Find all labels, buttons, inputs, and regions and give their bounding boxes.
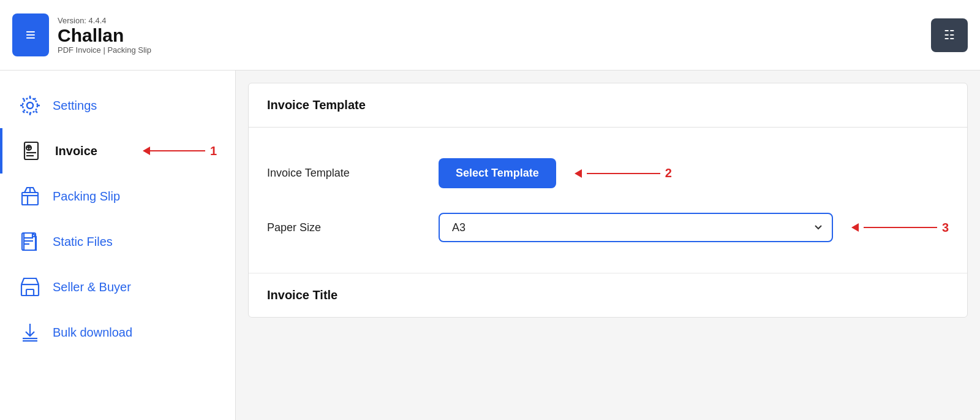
invoice-template-title: Invoice Template <box>267 98 366 112</box>
sidebar-label-static-files: Static Files <box>53 235 113 249</box>
file-icon <box>18 230 42 253</box>
paper-size-select-wrapper: A3 A4 A5 Letter <box>439 213 833 242</box>
app-logo-icon <box>12 13 49 56</box>
invoice-template-card: Invoice Template Invoice Template Select… <box>248 83 968 318</box>
menu-icon: ☷ <box>944 28 955 42</box>
annotation-2: 2 <box>575 166 672 180</box>
annotation-num-3: 3 <box>942 221 949 235</box>
app-name: Challan <box>58 25 151 45</box>
sidebar-label-seller-buyer: Seller & Buyer <box>53 280 131 294</box>
store-icon <box>18 275 42 299</box>
invoice-icon <box>21 139 44 162</box>
select-template-button[interactable]: Select Template <box>439 158 556 188</box>
paper-size-select[interactable]: A3 A4 A5 Letter <box>439 213 833 242</box>
sidebar-item-invoice[interactable]: Invoice 1 <box>0 128 235 174</box>
gear-icon <box>18 94 42 117</box>
logo-area: Version: 4.4.4 Challan PDF Invoice | Pac… <box>12 13 151 56</box>
sidebar-item-packing-slip[interactable]: Packing Slip <box>0 174 235 219</box>
arrow-shaft-3 <box>864 227 937 228</box>
annotation-num-1: 1 <box>210 144 217 158</box>
sidebar-item-seller-buyer[interactable]: Seller & Buyer <box>0 264 235 310</box>
template-form-control: Select Template 2 <box>439 158 949 188</box>
sidebar-label-packing-slip: Packing Slip <box>53 189 120 204</box>
arrow-shaft-2 <box>587 173 660 174</box>
svg-point-1 <box>23 98 37 113</box>
main-layout: Settings Invoice 1 <box>0 71 980 420</box>
paper-size-row: Paper Size A3 A4 A5 Letter <box>267 200 949 254</box>
sidebar: Settings Invoice 1 <box>0 71 236 420</box>
svg-rect-2 <box>24 142 38 159</box>
svg-rect-16 <box>26 289 34 296</box>
invoice-title-section: Invoice Title <box>249 273 967 317</box>
app-subtitle: PDF Invoice | Packing Slip <box>58 45 151 55</box>
annotation-1: 1 <box>143 144 217 158</box>
sidebar-label-settings: Settings <box>53 99 97 113</box>
logo-text-block: Version: 4.4.4 Challan PDF Invoice | Pac… <box>58 16 151 55</box>
sidebar-label-bulk-download: Bulk download <box>53 326 132 340</box>
annotation-num-2: 2 <box>665 166 672 180</box>
paper-size-label: Paper Size <box>267 221 426 234</box>
arrow-head-2 <box>575 169 582 178</box>
svg-rect-8 <box>22 193 38 205</box>
app-version: Version: 4.4.4 <box>58 16 151 25</box>
annotation-3: 3 <box>851 221 949 235</box>
header-menu-button[interactable]: ☷ <box>931 18 968 52</box>
invoice-template-row: Invoice Template Select Template 2 Paper… <box>249 128 967 273</box>
arrow-shaft-1 <box>150 150 205 151</box>
app-header: Version: 4.4.4 Challan PDF Invoice | Pac… <box>0 0 980 71</box>
invoice-title-heading: Invoice Title <box>267 288 337 302</box>
svg-point-0 <box>27 102 33 109</box>
arrow-head-1 <box>143 147 150 155</box>
main-content: Invoice Template Invoice Template Select… <box>236 71 980 420</box>
template-form-row: Invoice Template Select Template 2 <box>267 146 949 200</box>
arrow-head-3 <box>851 223 859 232</box>
sidebar-label-invoice: Invoice <box>55 144 97 158</box>
sidebar-item-settings[interactable]: Settings <box>0 83 235 128</box>
sidebar-item-bulk-download[interactable]: Bulk download <box>0 310 235 355</box>
box-icon <box>18 185 42 208</box>
invoice-template-section-header: Invoice Template <box>249 83 967 128</box>
paper-size-form-control: A3 A4 A5 Letter 3 <box>439 213 949 242</box>
invoice-template-label: Invoice Template <box>267 167 426 180</box>
download-icon <box>18 321 42 344</box>
sidebar-item-static-files[interactable]: Static Files <box>0 219 235 264</box>
